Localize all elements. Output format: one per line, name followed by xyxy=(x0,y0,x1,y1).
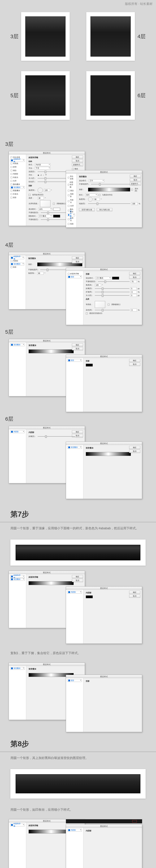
layer-style-dialog-grad[interactable]: 图层样式 混合选项 斜面和浮雕 描边 内阴影 内发光 光泽 颜色叠加 渐变叠加 … xyxy=(66,170,142,227)
cancel-button[interactable]: 取消 xyxy=(72,159,83,162)
layer-style-dialog-shadow[interactable]: 图层样式 斜面和浮雕 投影 确定取消 投影 混合模式：正片叠底 不透明度(O)：… xyxy=(66,268,142,325)
dialog-cluster-5: 图层样式渐变叠加确定取消渐变叠加 图层样式投影确定取消投影 xyxy=(0,339,156,412)
cluster-label-5: 5层 xyxy=(5,329,156,336)
cluster-label-3: 3层 xyxy=(5,141,156,148)
new-style-button[interactable]: 新建样式… xyxy=(72,163,83,166)
dialog-cluster-6: 图层样式内阴影确定取消内阴影距离(D)： 图层样式渐变叠加确定取消渐变叠加 xyxy=(0,426,156,499)
thumb-label-4: 4层 xyxy=(138,33,146,40)
thumb-label-5: 5层 xyxy=(10,92,18,99)
style-select[interactable]: 内斜面 xyxy=(35,163,50,166)
thumb-4 xyxy=(86,12,135,61)
ok-button[interactable]: 确定 xyxy=(72,156,83,159)
method-select[interactable]: 平滑 xyxy=(35,167,50,169)
step-8-desc: 用圆一个矩形，其上加好黑和白噪波渐变纹的图层纹理。 xyxy=(0,752,156,764)
step-7-desc: 用圆一个矩形，重于顶缘，应用细小下面唯一的样式，新色色为 #ababab，然后运… xyxy=(0,522,156,534)
step-7-render xyxy=(10,539,146,566)
step-8-desc2: 用圆一个矩形，如凹鱼转，应用细小下样式。 xyxy=(0,804,156,816)
step-8-heading: 第8步 xyxy=(0,732,156,752)
gloss-contour[interactable] xyxy=(40,200,50,207)
step-7-desc2: 复制1，重于下侧，集合给它，原色应设下下样式。 xyxy=(0,647,156,659)
thumb-6 xyxy=(86,71,135,120)
thumbnails-grid: 3层 4层 5层 6层 xyxy=(0,0,156,137)
dialog-cluster-7a: 图层样式斜面和浮雕渐变叠加确定取消斜面和浮雕 图层样式内阴影确定取消内阴影 xyxy=(0,571,156,644)
thumb-5 xyxy=(21,71,70,120)
step-7-heading: 第7步 xyxy=(0,502,156,522)
dialog-cluster-3: 图层样式 混合选项 斜面和浮雕 等高线 纹理 描边 内阴影 内发光 光泽 颜色叠… xyxy=(0,151,156,238)
step-8-render-1 xyxy=(10,769,146,799)
thumb-label-3: 3层 xyxy=(10,33,18,40)
cluster-label-4: 4层 xyxy=(5,242,156,249)
thumb-3 xyxy=(21,12,70,61)
gradient-swatch[interactable] xyxy=(88,188,130,191)
dialog-cluster-7b: 图层样式渐变叠加渐变叠加 图层样式投影投影 xyxy=(0,663,156,728)
mini-preview xyxy=(66,819,142,824)
cluster-label-6: 6层 xyxy=(5,415,156,423)
dialog-title: 图层样式 xyxy=(9,151,85,155)
dialog-style-list[interactable]: 混合选项 斜面和浮雕 等高线 纹理 描边 内阴影 内发光 光泽 颜色叠加 渐变叠… xyxy=(9,155,26,226)
dialog-cluster-4: 图层样式 斜面和浮雕 内阴影 渐变叠加 投影 确定取消 渐变叠加 渐变： 不透明… xyxy=(0,252,156,325)
watermark: 版权所有 · 站长素材 xyxy=(125,2,153,6)
thumb-label-6: 6层 xyxy=(138,92,146,99)
dialog-cluster-8a: 图层样式斜面和浮雕斜面和浮雕 图层样式内阴影内阴影 xyxy=(0,819,156,868)
